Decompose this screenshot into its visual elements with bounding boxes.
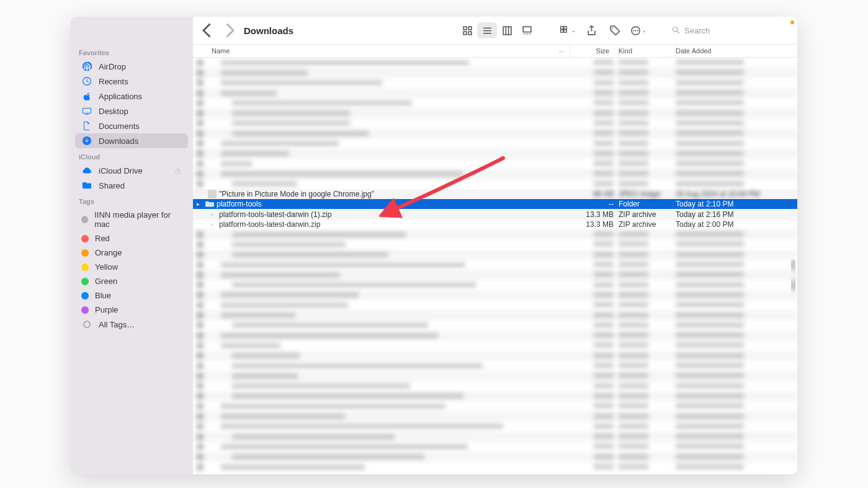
sidebar-item-label: Red — [95, 234, 110, 243]
finder-window: FavoritesAirDropRecentsApplicationsDeskt… — [70, 17, 797, 474]
file-row-redacted[interactable] — [193, 229, 797, 239]
file-row-redacted[interactable] — [193, 128, 797, 138]
toolbar: Downloads ⌄ ⌄ Search — [193, 17, 797, 44]
file-row-redacted[interactable] — [193, 371, 797, 381]
file-row-redacted[interactable] — [193, 179, 797, 189]
sidebar-item-red[interactable]: Red — [75, 231, 188, 246]
column-date[interactable]: Date Added — [676, 45, 797, 57]
file-row-redacted[interactable] — [193, 310, 797, 320]
share-button[interactable] — [581, 22, 601, 38]
file-row-redacted[interactable] — [193, 108, 797, 118]
file-row-redacted[interactable] — [193, 88, 797, 98]
file-row-redacted[interactable] — [193, 118, 797, 128]
list-view-button[interactable] — [477, 22, 497, 38]
zoom-button[interactable] — [104, 25, 111, 33]
sidebar-item-shared[interactable]: Shared — [75, 178, 188, 193]
svg-rect-6 — [523, 27, 531, 32]
file-row[interactable]: "Picture in Picture Mode in google Chrom… — [193, 189, 797, 199]
file-row-redacted[interactable] — [193, 331, 797, 340]
file-row-redacted[interactable] — [193, 340, 797, 350]
sidebar-item-label: Shared — [99, 181, 125, 190]
file-row-redacted[interactable] — [193, 78, 797, 88]
sidebar-item-applications[interactable]: Applications — [75, 89, 188, 104]
file-row-redacted[interactable] — [193, 98, 797, 108]
file-row-redacted[interactable] — [193, 411, 797, 421]
more-button[interactable]: ⌄ — [629, 22, 648, 38]
sidebar-item-all-tags-[interactable]: All Tags… — [75, 317, 188, 332]
file-row-redacted[interactable] — [193, 391, 797, 401]
back-button[interactable] — [199, 22, 217, 39]
file-row-redacted[interactable] — [193, 381, 797, 391]
disclosure-triangle-icon[interactable]: ▸ — [197, 201, 203, 207]
file-row-redacted[interactable] — [193, 290, 797, 300]
file-row-redacted[interactable] — [193, 239, 797, 249]
sidebar-item-label: Downloads — [99, 136, 138, 146]
file-row-redacted[interactable] — [193, 432, 797, 441]
file-row[interactable]: ▫platform-tools-latest-darwin.zip13.3 MB… — [193, 220, 797, 229]
sidebar-item-label: Blue — [95, 291, 111, 300]
sidebar-item-orange[interactable]: Orange — [75, 246, 188, 260]
group-button[interactable]: ⌄ — [558, 22, 578, 38]
file-name: platform-tools — [217, 200, 262, 208]
file-row-redacted[interactable] — [193, 169, 797, 179]
file-row-redacted[interactable] — [193, 452, 797, 462]
file-row[interactable]: ▫platform-tools-latest-darwin (1).zip13.… — [193, 209, 797, 219]
column-kind[interactable]: Kind — [619, 45, 676, 57]
search-field[interactable]: Search — [667, 24, 791, 37]
file-row-redacted[interactable] — [193, 159, 797, 169]
file-row-redacted[interactable] — [193, 401, 797, 411]
file-kind: ZIP archive — [619, 220, 676, 229]
tag-dot-icon — [81, 249, 89, 257]
file-row-redacted[interactable] — [193, 462, 797, 472]
column-name[interactable]: Name︿ — [193, 45, 570, 57]
close-button[interactable] — [79, 25, 86, 33]
file-row-redacted[interactable] — [193, 250, 797, 260]
sidebar-item-blue[interactable]: Blue — [75, 288, 188, 303]
minimize-button[interactable] — [91, 25, 99, 33]
file-row-redacted[interactable] — [193, 280, 797, 290]
file-row-redacted[interactable] — [193, 300, 797, 310]
file-row[interactable]: ▸platform-tools--FolderToday at 2:10 PM — [193, 199, 797, 209]
svg-rect-10 — [564, 29, 566, 32]
file-row-redacted[interactable] — [193, 149, 797, 159]
file-row-redacted[interactable] — [193, 321, 797, 331]
file-row-redacted[interactable] — [193, 138, 797, 148]
sidebar-section-header: iCloud — [70, 148, 193, 163]
forward-button[interactable] — [220, 22, 238, 39]
tag-dot-icon — [81, 278, 89, 285]
file-row-redacted[interactable] — [193, 270, 797, 280]
file-row-redacted[interactable] — [193, 58, 797, 68]
sidebar-item-purple[interactable]: Purple — [75, 303, 188, 317]
sidebar-item-green[interactable]: Green — [75, 274, 188, 288]
shared-icon — [81, 180, 92, 190]
tags-button[interactable] — [605, 22, 625, 38]
sidebar-item-yellow[interactable]: Yellow — [75, 260, 188, 274]
svg-point-0 — [84, 321, 90, 327]
sidebar-item-icloud-drive[interactable]: iCloud Drive⚠ — [75, 163, 188, 178]
file-row-redacted[interactable] — [193, 260, 797, 270]
gallery-view-button[interactable] — [517, 22, 537, 38]
file-row-redacted[interactable] — [193, 441, 797, 451]
svg-rect-2 — [468, 27, 472, 30]
sidebar-item-desktop[interactable]: Desktop — [75, 104, 188, 118]
recents-icon — [81, 76, 92, 86]
sidebar-item-documents[interactable]: Documents — [75, 118, 188, 133]
file-row-redacted[interactable] — [193, 68, 797, 78]
file-row-redacted[interactable] — [193, 361, 797, 371]
sidebar-item-iinn-media-player-for-mac[interactable]: IINN media player for mac — [75, 208, 188, 231]
view-mode-group — [457, 22, 537, 38]
sidebar-item-label: Yellow — [95, 262, 118, 272]
sidebar-item-recents[interactable]: Recents — [75, 74, 188, 89]
svg-rect-4 — [468, 32, 472, 35]
file-row-redacted[interactable] — [193, 422, 797, 432]
sidebar-item-airdrop[interactable]: AirDrop — [75, 59, 188, 74]
icon-view-button[interactable] — [457, 22, 477, 38]
file-date: 16 Aug 2024 at 10:04 PM — [676, 190, 797, 198]
column-size[interactable]: Size — [570, 45, 619, 57]
file-row-redacted[interactable] — [193, 351, 797, 361]
sidebar-item-downloads[interactable]: Downloads — [75, 133, 188, 148]
file-date: Today at 2:10 PM — [676, 200, 797, 208]
file-list[interactable]: "Picture in Picture Mode in google Chrom… — [193, 58, 797, 474]
sidebar-item-label: All Tags… — [99, 320, 135, 329]
column-view-button[interactable] — [497, 22, 517, 38]
